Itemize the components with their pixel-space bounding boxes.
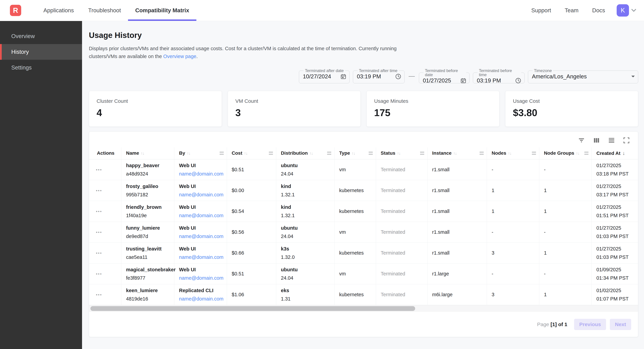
cell-status: Terminated <box>376 159 427 180</box>
next-page-button[interactable]: Next <box>610 319 631 330</box>
column-header-created-at[interactable]: Created At↓ <box>592 147 638 159</box>
row-actions-button[interactable]: ••• <box>96 271 102 277</box>
row-actions-button[interactable]: ••• <box>96 230 102 235</box>
nav-link-docs[interactable]: Docs <box>586 0 612 21</box>
cell-primary-text: Web UI <box>179 246 227 252</box>
sort-icon[interactable]: ↑↓ <box>310 151 313 156</box>
cell-node-groups: 1 <box>539 180 592 201</box>
row-actions-button[interactable]: ••• <box>96 188 102 193</box>
column-menu-icon[interactable] <box>532 152 536 155</box>
column-header-instance[interactable]: Instance↑↓ <box>427 147 487 159</box>
density-icon[interactable] <box>608 137 615 144</box>
column-header-type[interactable]: Type↑↓ <box>334 147 376 159</box>
cell-secondary-text: de9ed87d <box>126 234 174 239</box>
cell-primary-text: 01/27/2025 <box>596 246 638 252</box>
terminated-before-date-label: Terminated before date <box>424 69 466 77</box>
clock-icon[interactable] <box>395 73 401 79</box>
tab-applications[interactable]: Applications <box>36 0 81 21</box>
column-header-name[interactable]: Name↑↓ <box>121 147 174 159</box>
horizontal-scrollbar[interactable] <box>89 305 638 312</box>
column-menu-icon[interactable] <box>220 152 224 155</box>
sidebar-item-settings[interactable]: Settings <box>0 60 82 75</box>
cell-secondary-text: 1.32.1 <box>281 213 334 218</box>
cell-node-groups: - <box>539 264 592 284</box>
column-header-status[interactable]: Status↑↓ <box>376 147 427 159</box>
column-menu-icon[interactable] <box>327 152 331 155</box>
sort-icon[interactable]: ↑↓ <box>508 151 511 156</box>
email-link[interactable]: name@domain.com <box>179 192 227 198</box>
email-link[interactable]: name@domain.com <box>179 234 227 239</box>
sort-icon[interactable]: ↑↓ <box>244 151 248 156</box>
stat-card-usage-cost: Usage Cost$3.80 <box>505 91 638 127</box>
nav-link-team[interactable]: Team <box>558 0 586 21</box>
tab-compatibility-matrix[interactable]: Compatibility Matrix <box>128 0 196 21</box>
clock-icon[interactable] <box>515 77 521 84</box>
page-indicator: Page [1] of 1 <box>537 322 567 327</box>
email-link[interactable]: name@domain.com <box>179 254 227 260</box>
column-menu-icon[interactable] <box>584 152 588 155</box>
cell-actions: ••• <box>89 159 121 180</box>
column-header-node-groups[interactable]: Node Groups↑↓ <box>539 147 592 159</box>
sort-icon[interactable]: ↑↓ <box>352 151 355 156</box>
fullscreen-icon[interactable] <box>623 137 630 144</box>
cell-distribution: kind1.32.1 <box>276 180 334 201</box>
email-link[interactable]: name@domain.com <box>179 171 227 177</box>
cell-instance: r1.small <box>427 159 487 180</box>
terminated-before-date-field[interactable]: Terminated before date 01/27/2025 <box>419 69 470 83</box>
column-menu-icon[interactable] <box>480 152 484 155</box>
columns-icon[interactable] <box>593 137 600 144</box>
tab-troubleshoot[interactable]: Troubleshoot <box>81 0 128 21</box>
cell-name: funny_lumierede9ed87d <box>121 222 174 243</box>
row-actions-button[interactable]: ••• <box>96 292 102 298</box>
column-menu-icon[interactable] <box>369 152 373 155</box>
column-header-distribution[interactable]: Distribution↑↓ <box>276 147 334 159</box>
dropdown-caret-icon[interactable] <box>631 75 635 77</box>
cell-created-at: 01/27/202501:03 PM PST <box>592 243 638 264</box>
app-logo[interactable]: R <box>10 5 21 16</box>
timezone-value: America/Los_Angeles <box>532 73 587 80</box>
column-header-nodes[interactable]: Nodes↑↓ <box>487 147 539 159</box>
column-header-by[interactable]: By↑↓ <box>174 147 227 159</box>
calendar-icon[interactable] <box>460 78 466 83</box>
column-header-cost[interactable]: Cost↑↓ <box>227 147 276 159</box>
overview-page-link[interactable]: Overview page <box>163 54 196 59</box>
sort-desc-icon[interactable]: ↓ <box>622 150 625 156</box>
nav-link-support[interactable]: Support <box>524 0 558 21</box>
cell-primary-text: 01/02/2025 <box>596 288 638 293</box>
filter-icon[interactable] <box>578 137 585 144</box>
email-link[interactable]: name@domain.com <box>179 296 227 302</box>
timezone-select[interactable]: Timezone America/Los_Angeles <box>528 69 638 83</box>
cell-type: kubernetes <box>334 201 376 222</box>
previous-page-button[interactable]: Previous <box>574 319 606 330</box>
sort-icon[interactable]: ↑↓ <box>187 151 190 156</box>
column-menu-icon[interactable] <box>420 152 424 155</box>
terminated-after-date-field[interactable]: Terminated after date 10/27/2024 <box>299 69 350 83</box>
row-actions-button[interactable]: ••• <box>96 167 102 172</box>
cell-cost: $0.66 <box>227 243 276 264</box>
row-actions-button[interactable]: ••• <box>96 209 102 214</box>
sidebar: OverviewHistorySettings <box>0 21 82 349</box>
column-label: Type <box>339 150 350 156</box>
sort-icon[interactable]: ↑↓ <box>141 151 144 156</box>
scrollbar-thumb[interactable] <box>90 306 415 311</box>
column-menu-icon[interactable] <box>269 152 273 155</box>
terminated-after-time-field[interactable]: Terminated after time 03:19 PM <box>353 69 404 83</box>
sort-icon[interactable]: ↑↓ <box>453 151 457 156</box>
sort-icon[interactable]: ↑↓ <box>576 151 580 156</box>
column-label: Nodes <box>492 150 506 156</box>
row-actions-button[interactable]: ••• <box>96 251 102 256</box>
email-link[interactable]: name@domain.com <box>179 213 227 218</box>
avatar[interactable]: K <box>617 4 629 16</box>
sidebar-item-history[interactable]: History <box>0 44 82 60</box>
cell-cost: $0.00 <box>227 180 276 201</box>
email-link[interactable]: name@domain.com <box>179 275 227 281</box>
page-indicator-value: [1] of 1 <box>550 322 567 327</box>
page-title: Usage History <box>89 30 638 40</box>
sort-icon[interactable]: ↑↓ <box>397 151 400 156</box>
terminated-before-time-field[interactable]: Terminated before time 03:19 PM <box>473 69 524 83</box>
account-menu-button[interactable] <box>631 9 636 12</box>
cell-status: Terminated <box>376 201 427 222</box>
calendar-icon[interactable] <box>340 74 346 79</box>
cell-by: Web UIname@domain.com <box>174 201 227 222</box>
sidebar-item-overview[interactable]: Overview <box>0 28 82 44</box>
